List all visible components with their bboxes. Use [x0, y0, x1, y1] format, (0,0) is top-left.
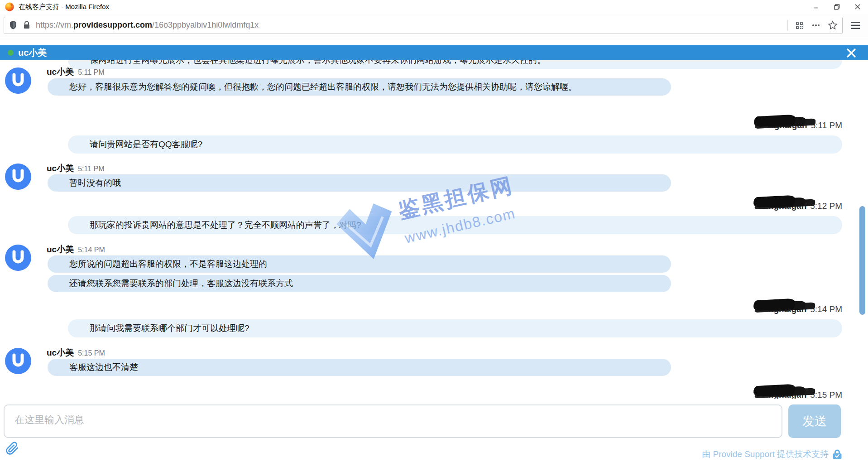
visitor-name: dinghaigan — [761, 201, 806, 211]
page-actions-icon[interactable] — [811, 21, 820, 30]
visitor-name: dinghaigan — [761, 120, 807, 130]
redaction-scribble — [753, 384, 795, 397]
agent-avatar — [5, 348, 31, 374]
chat-message-visitor: 那玩家的投诉贵网站的意思是不处理了？完全不顾网站的声誉了，对吗? — [68, 216, 842, 234]
agent-name: uc小美 — [47, 163, 74, 174]
message-time: 5:11 PM — [811, 120, 842, 130]
agent-message-meta: uc小美 5:15 PM — [47, 347, 105, 359]
bookmark-star-icon[interactable] — [828, 20, 838, 30]
powered-by-link[interactable]: 由 Provide Support 提供技术支持 — [702, 448, 842, 460]
chat-message-visitor-clipped: 保网站进行全网曝光展示，也会在其他渠道进行曝光展示，警示其他玩家不要再来你们网站… — [68, 60, 842, 69]
restore-button[interactable] — [826, 0, 847, 14]
message-time: 5:12 PM — [810, 201, 842, 211]
agent-message-meta: uc小美 5:14 PM — [47, 244, 105, 255]
redaction-scribble — [753, 298, 795, 311]
attach-file-button[interactable] — [5, 441, 20, 456]
minimize-button[interactable] — [806, 0, 826, 14]
agent-avatar — [5, 245, 31, 271]
window-title: 在线客户支持 - Mozilla Firefox — [19, 3, 109, 11]
powered-by-text: 由 Provide Support 提供技术支持 — [702, 448, 829, 460]
chat-message-visitor: 请问贵网站是否有QQ客服呢? — [68, 135, 842, 154]
agent-message-meta: uc小美 5:11 PM — [47, 163, 105, 174]
message-time: 5:15 PM — [78, 349, 105, 357]
browser-toolbar: https://vm.providesupport.com/16o3ppbyal… — [0, 14, 868, 37]
address-bar-actions — [780, 20, 838, 31]
chat-scrollbar-thumb[interactable] — [859, 206, 865, 315]
send-button[interactable]: 发送 — [788, 404, 841, 438]
agent-avatar — [5, 67, 31, 94]
chat-message-agent: 您所说的问题超出客服的权限，不是客服这边处理的 — [48, 255, 671, 273]
firefox-window: 在线客户支持 - Mozilla Firefox — [0, 0, 868, 462]
paperclip-icon — [5, 442, 19, 455]
message-time: 5:11 PM — [78, 68, 104, 77]
close-window-button[interactable] — [847, 0, 868, 14]
firefox-icon — [5, 2, 14, 12]
agent-avatar — [5, 164, 31, 190]
message-time: 5:11 PM — [78, 165, 104, 173]
online-status-dot — [8, 50, 14, 56]
menu-button[interactable] — [846, 17, 864, 34]
message-input[interactable] — [4, 404, 782, 438]
url-text: https://vm.providesupport.com/16o3ppbyal… — [36, 20, 259, 30]
secure-lock-icon — [832, 449, 842, 460]
agent-message-meta: uc小美 5:11 PM — [47, 66, 105, 78]
message-time: 5:14 PM — [810, 304, 842, 314]
address-bar[interactable]: https://vm.providesupport.com/16o3ppbyal… — [4, 17, 843, 34]
chat-message-agent: 还请您联系您需要联系的部门处理，客服这边没有联系方式 — [48, 275, 671, 292]
chat-message-agent: 暂时没有的哦 — [48, 174, 671, 192]
url-scheme: https://vm. — [36, 20, 73, 29]
chat-message-agent: 客服这边也不清楚 — [48, 359, 671, 376]
visitor-message-meta: dinghaigan 5:14 PM — [761, 304, 842, 315]
visitor-name: dinghaigan — [761, 304, 806, 314]
chat-header: uc小美 — [0, 45, 868, 60]
chat-message-agent: 您好，客服很乐意为您解答您的疑问噢，但很抱歉，您的问题已经超出客服的权限，请恕我… — [48, 78, 671, 96]
chat-agent-name: uc小美 — [18, 47, 47, 59]
redaction-scribble — [753, 195, 795, 208]
agent-name: uc小美 — [47, 66, 74, 78]
qr-code-icon[interactable] — [787, 20, 804, 31]
window-controls — [806, 0, 868, 14]
visitor-message-meta: dinghaigan 5:11 PM — [761, 120, 842, 131]
padlock-icon[interactable] — [23, 21, 30, 30]
url-path: /16o3ppbyalbiv1hi0lwldmfq1x — [152, 20, 259, 29]
window-titlebar: 在线客户支持 - Mozilla Firefox — [0, 0, 868, 14]
chat-message-visitor: 那请问我需要联系哪个部门才可以处理呢? — [68, 319, 842, 337]
close-chat-button[interactable] — [846, 48, 856, 58]
agent-name: uc小美 — [47, 347, 74, 359]
agent-name: uc小美 — [47, 244, 74, 255]
chat-composer: 发送 由 Provide Support 提供技术支持 — [0, 399, 868, 462]
visitor-message-meta: dinghaigan 5:12 PM — [761, 201, 842, 212]
tracking-protection-shield-icon[interactable] — [9, 20, 18, 30]
redaction-scribble — [754, 115, 796, 127]
url-domain: providesupport.com — [73, 20, 152, 29]
message-time: 5:14 PM — [78, 246, 105, 254]
